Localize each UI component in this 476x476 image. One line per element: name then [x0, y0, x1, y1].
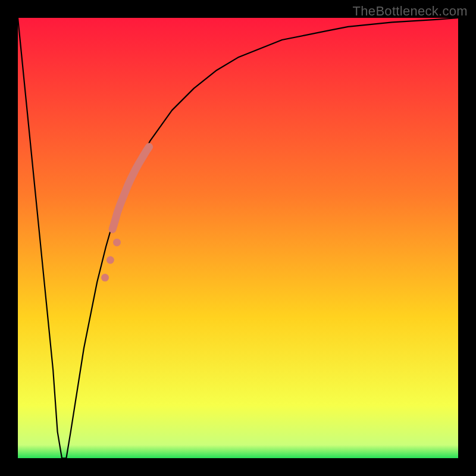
gradient-background	[18, 18, 458, 458]
plot-area	[18, 18, 458, 458]
watermark-text: TheBottleneck.com	[353, 4, 468, 19]
highlight-dot	[101, 274, 109, 281]
chart-frame: TheBottleneck.com	[0, 0, 476, 476]
highlight-dot	[113, 239, 121, 246]
highlight-dot	[107, 256, 114, 264]
chart-svg	[18, 18, 458, 458]
